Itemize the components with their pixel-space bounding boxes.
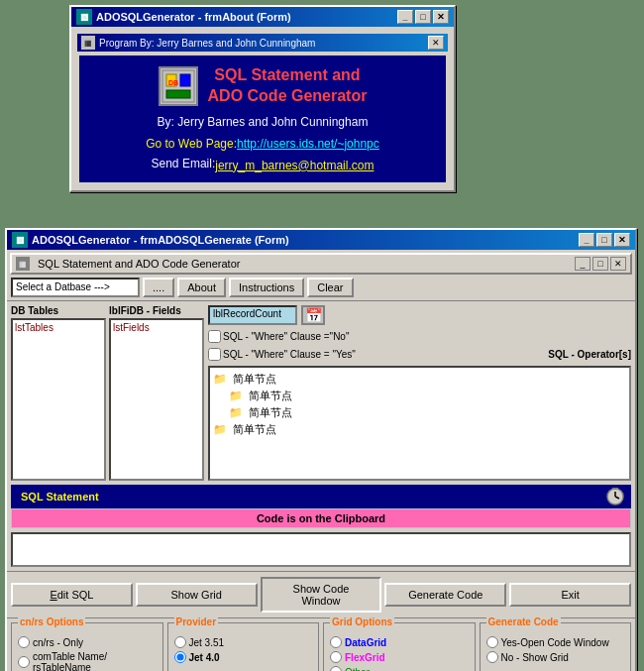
- calendar-icon: 📅: [301, 305, 325, 325]
- flexgrid-radio[interactable]: [330, 651, 342, 663]
- svg-rect-8: [612, 488, 618, 490]
- lstTables[interactable]: lstTables: [11, 318, 106, 481]
- grid-title: Grid Options: [330, 616, 394, 627]
- record-row: lblRecordCount 📅: [208, 305, 631, 325]
- sql-where-yes-check[interactable]: [208, 348, 221, 361]
- flexgrid-row: FlexGrid: [330, 651, 469, 663]
- jet351-label: Jet 3.51: [189, 637, 225, 648]
- folder-icon-2: 📁: [229, 406, 243, 419]
- yes-open-radio[interactable]: [486, 636, 498, 648]
- jet351-radio[interactable]: [174, 636, 186, 648]
- yes-open-label: Yes-Open Code Window: [501, 637, 609, 648]
- datagrid-radio[interactable]: [330, 636, 342, 648]
- bottom-toolbar: Edit SQL Show Grid Show Code Window Gene…: [7, 571, 635, 617]
- edit-sql-label: Edit SQL: [50, 589, 93, 601]
- generate-code-button[interactable]: Generate Code: [384, 583, 506, 607]
- tree-item-2[interactable]: 📁 简单节点: [213, 404, 626, 421]
- jet40-radio[interactable]: [174, 651, 186, 663]
- about-title-content: ▦ ADOSQLGenerator - frmAbout (Form): [76, 9, 291, 25]
- tree-item-3[interactable]: 📁 简单节点: [213, 421, 626, 438]
- main-maximize-btn[interactable]: □: [596, 233, 612, 247]
- fields-container: lblFiDB - Fields lstFields: [109, 305, 204, 481]
- sql-operators-text: SQL - Operator[s]: [548, 349, 631, 360]
- cnrs-only-label: cn/rs - Only: [33, 637, 83, 648]
- about-db-icon: DB: [159, 66, 198, 106]
- main-title-controls: _ □ ✕: [579, 233, 630, 247]
- no-show-radio[interactable]: [486, 651, 498, 663]
- about-author-text: By: Jerry Barnes and John Cunningham: [89, 115, 436, 129]
- about-sub-close-btn[interactable]: ✕: [428, 36, 444, 50]
- no-show-label: No - Show Grid: [501, 652, 569, 663]
- about-button[interactable]: About: [177, 278, 226, 297]
- about-title-controls: _ □ ✕: [397, 10, 449, 24]
- about-email-link[interactable]: jerry_m_barnes@hotmail.com: [215, 159, 374, 172]
- main-title-content: ▦ ADOSQLGenerator - frmADOSQLGenerate (F…: [12, 232, 289, 248]
- main-minimize-btn[interactable]: _: [579, 233, 594, 247]
- db-tables-container: DB Tables lstTables: [11, 305, 106, 481]
- sql-where-yes-label: SQL - "Where" Clause = "Yes": [208, 348, 356, 361]
- cnrs-tablename-row: comTable Name/ rsTableName: [18, 651, 157, 671]
- db-tables-label: DB Tables: [11, 305, 106, 316]
- tree-area: 📁 简单节点 📁 简单节点 📁 简单节点 📁 简单节点: [208, 366, 631, 481]
- instructions-button[interactable]: Instructions: [229, 278, 304, 297]
- generate-title: Generate Code: [486, 616, 561, 627]
- exit-button[interactable]: Exit: [509, 583, 631, 607]
- jet40-row: Jet 4.0: [174, 651, 313, 663]
- other-radio[interactable]: [330, 666, 342, 671]
- checkboxes-row: SQL - "Where" Clause ="No": [208, 330, 631, 343]
- show-grid-button[interactable]: Show Grid: [136, 583, 258, 607]
- about-window-title: ADOSQLGenerator - frmAbout (Form): [96, 11, 291, 23]
- about-web-row: Go to Web Page: http://users.ids.net/~jo…: [89, 133, 436, 151]
- clear-button[interactable]: Clear: [307, 278, 353, 297]
- about-close-btn[interactable]: ✕: [433, 10, 449, 24]
- about-sub-icon: ▦: [81, 36, 95, 50]
- show-code-button[interactable]: Show Code Window: [261, 577, 382, 613]
- sql-textarea[interactable]: [11, 532, 631, 567]
- options-area: cn/rs Options cn/rs - Only comTable Name…: [7, 617, 635, 671]
- cnrs-table-radio[interactable]: [18, 656, 30, 668]
- about-content: ▦ Program By: Jerry Barnes and John Cunn…: [71, 27, 454, 190]
- select-db-field[interactable]: Select a Datbase --->: [11, 278, 140, 297]
- lbl-fields-text: lstFields: [111, 320, 202, 335]
- lbl-tables-text: lstTables: [13, 320, 104, 335]
- timer-icon: [605, 486, 625, 507]
- sql-where-yes-row: SQL - "Where" Clause = "Yes" SQL - Opera…: [208, 348, 631, 361]
- datagrid-label: DataGrid: [345, 637, 386, 648]
- provider-title: Provider: [174, 616, 219, 627]
- main-sub-maximize[interactable]: □: [592, 257, 608, 271]
- about-web-link[interactable]: http://users.ids.net/~johnpc: [237, 137, 379, 151]
- about-title-line2: ADO Code Generator: [208, 86, 368, 107]
- sql-where-no-check[interactable]: [208, 330, 221, 343]
- record-count-field: lblRecordCount: [208, 305, 297, 325]
- about-app-icon: ▦: [76, 9, 92, 25]
- no-show-row: No - Show Grid: [486, 651, 625, 663]
- main-sub-minimize[interactable]: _: [575, 257, 590, 271]
- other-label: Other: [345, 667, 370, 672]
- main-sub-title-text: SQL Statement and ADO Code Generator: [38, 258, 240, 270]
- sql-where-no-text: SQL - "Where" Clause ="No": [223, 331, 350, 342]
- cnrs-only-radio[interactable]: [18, 636, 30, 648]
- about-maximize-btn[interactable]: □: [415, 10, 431, 24]
- show-grid-label: Show Grid: [171, 589, 222, 601]
- yes-open-row: Yes-Open Code Window: [486, 636, 625, 648]
- edit-sql-button[interactable]: Edit SQL: [11, 583, 133, 607]
- tree-label-0: 简单节点: [233, 372, 276, 387]
- about-minimize-btn[interactable]: _: [397, 10, 413, 24]
- dots-button[interactable]: ....: [143, 278, 174, 297]
- about-title-line1: SQL Statement and: [208, 65, 368, 86]
- sql-statement-label: SQL Statement: [17, 489, 103, 504]
- main-window: ▦ ADOSQLGenerator - frmADOSQLGenerate (F…: [5, 228, 637, 671]
- svg-text:DB: DB: [168, 79, 178, 86]
- tree-item-1[interactable]: 📁 简单节点: [213, 388, 626, 404]
- about-app-title: SQL Statement and ADO Code Generator: [208, 65, 368, 107]
- lstFields[interactable]: lstFields: [109, 318, 204, 481]
- main-sub-close[interactable]: ✕: [610, 257, 626, 271]
- main-window-title: ADOSQLGenerator - frmADOSQLGenerate (For…: [32, 234, 289, 246]
- folder-icon-0: 📁: [213, 373, 227, 386]
- cnrs-title: cn/rs Options: [18, 616, 85, 627]
- main-close-btn[interactable]: ✕: [614, 233, 630, 247]
- main-content-area: DB Tables lstTables lblFiDB - Fields lst…: [7, 301, 635, 485]
- tree-label-1: 简单节点: [249, 389, 292, 403]
- tree-item-0[interactable]: 📁 简单节点: [213, 371, 626, 388]
- exit-label: Exit: [561, 589, 579, 601]
